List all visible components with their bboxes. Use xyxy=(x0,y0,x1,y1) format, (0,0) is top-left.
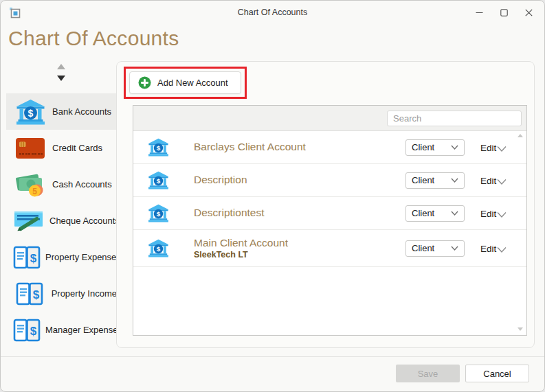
sidebar-scroll-arrows xyxy=(6,64,116,81)
page-title: Chart Of Accounts xyxy=(8,27,179,50)
bank-icon: $ xyxy=(148,204,170,222)
account-type-value: Client xyxy=(412,142,434,152)
footer-divider xyxy=(1,356,544,357)
search-input[interactable] xyxy=(387,111,522,126)
sidebar-item-bank-accounts[interactable]: $ Bank Accounts xyxy=(6,93,117,130)
maximize-icon xyxy=(500,9,508,16)
svg-text:5: 5 xyxy=(32,186,37,196)
minimize-icon xyxy=(476,9,483,16)
minimize-button[interactable] xyxy=(469,3,489,22)
svg-text:$: $ xyxy=(30,324,37,337)
expand-chevron-icon[interactable] xyxy=(497,142,507,154)
sidebar-item-label: Cash Accounts xyxy=(52,179,112,189)
account-name: Main Client Account xyxy=(194,237,288,249)
account-type-value: Client xyxy=(412,175,434,185)
account-subtitle: SleekTech LT xyxy=(194,250,288,260)
svg-text:$: $ xyxy=(30,251,37,264)
chevron-down-icon xyxy=(451,178,458,183)
plus-circle-icon xyxy=(138,76,151,89)
cancel-button[interactable]: Cancel xyxy=(465,365,529,382)
chevron-down-icon xyxy=(451,145,458,150)
sidebar-item-credit-cards[interactable]: Credit Cards xyxy=(6,130,117,166)
expand-chevron-icon[interactable] xyxy=(497,243,507,255)
ledger-icon: $ xyxy=(13,319,41,342)
close-button[interactable] xyxy=(518,3,539,22)
account-row-description: $ Description Client Edit xyxy=(133,164,526,197)
chevron-down-icon xyxy=(451,246,458,251)
chart-of-accounts-window: Chart Of Accounts Chart Of Accounts xyxy=(0,0,545,392)
svg-text:$: $ xyxy=(157,210,161,218)
edit-button[interactable]: Edit xyxy=(480,208,496,218)
scroll-down-icon[interactable] xyxy=(57,76,65,81)
titlebar: Chart Of Accounts xyxy=(1,1,544,25)
sidebar-item-label: Property Income xyxy=(52,288,117,299)
bank-icon: $ xyxy=(148,171,170,189)
edit-button[interactable]: Edit xyxy=(480,175,496,185)
account-type-value: Client xyxy=(412,243,434,253)
window-title: Chart Of Accounts xyxy=(1,8,544,17)
category-sidebar: $ Bank Accounts xyxy=(6,93,117,348)
sidebar-item-label: Bank Accounts xyxy=(52,106,111,117)
bank-icon: $ xyxy=(148,239,170,257)
account-type-dropdown[interactable]: Client xyxy=(405,172,465,189)
bank-icon: $ xyxy=(13,99,47,125)
sidebar-item-label: Cheque Accounts xyxy=(49,216,120,226)
accounts-table: $ Barclays Client Account Client Edit xyxy=(133,105,527,336)
cash-icon: 5 xyxy=(13,172,47,197)
ledger-icon: $ xyxy=(13,282,47,305)
chevron-down-icon xyxy=(451,211,458,216)
svg-text:$: $ xyxy=(27,107,33,118)
table-scroll-up-icon[interactable] xyxy=(518,134,523,137)
account-type-dropdown[interactable]: Client xyxy=(405,240,465,257)
account-name: Descriptiontest xyxy=(194,207,265,219)
add-new-account-button[interactable]: Add New Account xyxy=(129,71,241,94)
sidebar-item-property-expenses[interactable]: $ Property Expenses xyxy=(6,239,117,275)
cheque-icon xyxy=(13,209,45,233)
sidebar-item-label: Property Expenses xyxy=(45,252,121,262)
save-button[interactable]: Save xyxy=(396,365,460,382)
expand-chevron-icon[interactable] xyxy=(497,208,507,220)
account-type-dropdown[interactable]: Client xyxy=(405,139,465,156)
maximize-button[interactable] xyxy=(493,3,514,22)
svg-text:$: $ xyxy=(157,245,161,253)
edit-button[interactable]: Edit xyxy=(480,142,496,152)
account-row-main-client-account: $ Main Client Account SleekTech LT Clien… xyxy=(133,230,526,267)
svg-text:$: $ xyxy=(157,144,161,152)
table-scroll-down-icon[interactable] xyxy=(518,327,523,331)
svg-text:$: $ xyxy=(33,288,40,301)
account-row-descriptiontest: $ Descriptiontest Client Edit xyxy=(133,197,526,230)
sidebar-item-label: Manager Expenses xyxy=(45,325,122,335)
bank-icon: $ xyxy=(148,138,170,157)
account-type-dropdown[interactable]: Client xyxy=(405,205,465,222)
account-row-barclays-client-account: $ Barclays Client Account Client Edit xyxy=(133,131,526,164)
account-name: Description xyxy=(194,174,247,186)
table-header xyxy=(133,106,526,131)
ledger-icon: $ xyxy=(13,246,41,269)
sidebar-item-property-income[interactable]: $ Property Income xyxy=(6,275,117,312)
credit-card-icon xyxy=(13,137,47,159)
close-icon xyxy=(525,9,533,16)
sidebar-item-manager-expenses[interactable]: $ Manager Expenses xyxy=(6,312,117,348)
account-type-value: Client xyxy=(412,208,434,218)
edit-button[interactable]: Edit xyxy=(480,243,496,253)
sidebar-item-label: Credit Cards xyxy=(52,143,102,153)
svg-text:$: $ xyxy=(157,177,161,185)
sidebar-item-cash-accounts[interactable]: 5 Cash Accounts xyxy=(6,166,117,203)
sidebar-item-cheque-accounts[interactable]: Cheque Accounts xyxy=(6,203,117,239)
account-name: Barclays Client Account xyxy=(194,141,306,153)
add-new-account-label: Add New Account xyxy=(157,78,228,88)
scroll-up-icon[interactable] xyxy=(57,64,65,69)
expand-chevron-icon[interactable] xyxy=(497,175,507,187)
